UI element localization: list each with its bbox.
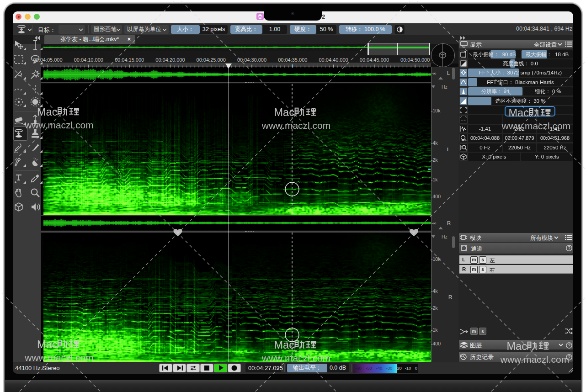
svg-text:?: ? <box>568 355 570 360</box>
svg-text:?: ? <box>568 343 570 348</box>
svg-text:?: ? <box>568 246 570 251</box>
